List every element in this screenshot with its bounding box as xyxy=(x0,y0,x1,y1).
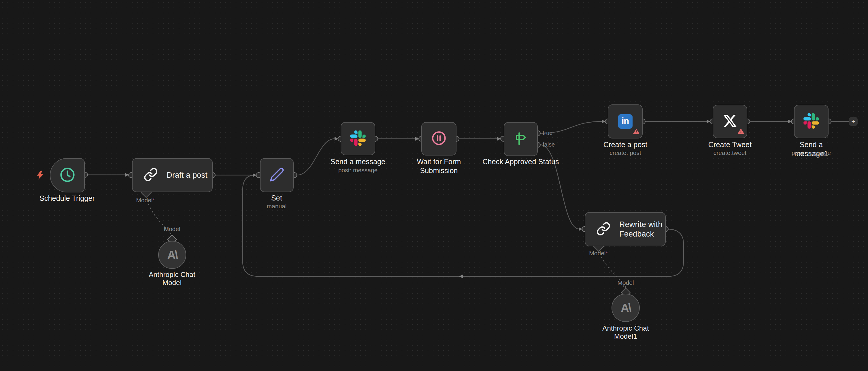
node-subtitle-set: manual xyxy=(267,203,287,210)
port-label-draft-model: Model* xyxy=(136,197,155,204)
node-subtitle-create-a-post: create: post xyxy=(610,149,641,156)
warning-icon xyxy=(738,128,744,135)
node-subtitle-send-a-message1: post: message xyxy=(792,149,831,156)
signpost-icon xyxy=(513,131,529,147)
node-label-anthropic-chat-model1: Anthropic Chat Model1 xyxy=(602,324,649,340)
node-subtitle-send-a-message: post: message xyxy=(338,167,378,174)
node-label-check-approved-status: Check Approved Status xyxy=(483,157,559,166)
anthropic-logo-icon: A\ xyxy=(621,302,630,314)
node-schedule-trigger[interactable] xyxy=(50,158,85,193)
node-label-wait-for-form-submission: Wait for Form Submission xyxy=(417,157,461,175)
node-set[interactable] xyxy=(260,158,293,192)
output-label-true: true xyxy=(542,130,553,137)
node-label-create-a-post: Create a post xyxy=(603,140,648,149)
slack-icon xyxy=(803,113,819,130)
node-create-a-post[interactable]: in xyxy=(608,105,643,139)
chain-link-icon xyxy=(596,222,611,237)
node-label-create-tweet: Create Tweet xyxy=(708,140,752,149)
node-label-anthropic-chat-model: Anthropic Chat Model xyxy=(149,270,195,287)
node-wait-for-form-submission[interactable] xyxy=(421,122,457,155)
port-label-rewrite-model: Model* xyxy=(589,250,608,257)
clock-icon xyxy=(59,167,76,184)
node-label-set: Set xyxy=(271,194,282,202)
node-draft-a-post[interactable]: Draft a post xyxy=(132,158,213,192)
node-create-tweet[interactable] xyxy=(713,105,747,138)
warning-icon xyxy=(633,129,640,135)
workflow-canvas[interactable]: Schedule Trigger Draft a post Model* Mod… xyxy=(0,0,868,371)
node-anthropic-chat-model[interactable]: A\ xyxy=(158,241,186,269)
x-logo-icon xyxy=(722,113,738,130)
node-anthropic-chat-model1[interactable]: A\ xyxy=(612,294,640,322)
port-stems xyxy=(146,195,626,290)
node-send-a-message[interactable] xyxy=(341,122,375,155)
node-inner-label-rewrite: Rewrite with Feedback xyxy=(619,220,662,239)
slack-icon xyxy=(350,131,366,147)
port-label-anthropic2-model: Model xyxy=(617,279,634,286)
node-send-a-message1[interactable] xyxy=(794,105,829,138)
chain-link-icon xyxy=(144,167,158,183)
port-label-anthropic1-model: Model xyxy=(164,226,180,232)
linkedin-icon: in xyxy=(618,114,632,129)
edge-arrowheads xyxy=(125,120,792,278)
node-inner-label-draft: Draft a post xyxy=(166,171,208,180)
add-node-button[interactable]: + xyxy=(849,117,858,126)
pause-icon xyxy=(431,130,447,147)
anthropic-logo-icon: A\ xyxy=(167,248,177,261)
node-rewrite-with-feedback[interactable]: Rewrite with Feedback xyxy=(585,212,666,246)
output-label-false: false xyxy=(542,141,555,148)
node-label-send-a-message: Send a message xyxy=(331,157,385,166)
edge-set-to-slack1[interactable] xyxy=(297,139,335,175)
node-check-approved-status[interactable] xyxy=(504,122,538,156)
node-label-schedule-trigger: Schedule Trigger xyxy=(39,194,95,203)
trigger-bolt-icon xyxy=(37,171,43,180)
edges-layer xyxy=(0,0,868,371)
diamond-ports[interactable] xyxy=(141,187,630,297)
pencil-icon xyxy=(270,167,284,183)
node-subtitle-create-tweet: create:tweet xyxy=(714,149,746,156)
